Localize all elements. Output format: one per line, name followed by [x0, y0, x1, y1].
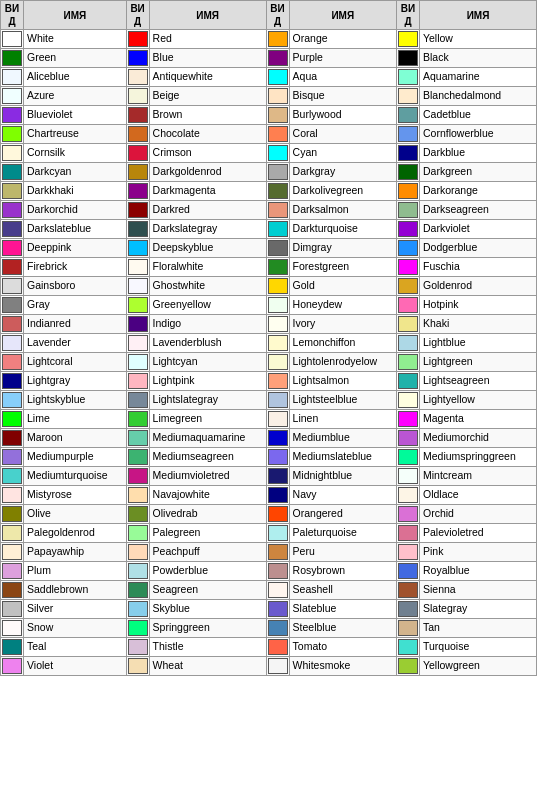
color-swatch-20-1: [126, 410, 149, 429]
color-name-5-0: Chartreuse: [24, 125, 127, 144]
color-swatch-17-0: [1, 353, 24, 372]
color-swatch-28-0: [1, 562, 24, 581]
color-name-22-2: Mediumslateblue: [289, 448, 396, 467]
color-name-27-1: Peachpuff: [149, 543, 266, 562]
color-swatch-5-0: [1, 125, 24, 144]
color-name-26-3: Palevioletred: [419, 524, 536, 543]
color-name-15-2: Ivory: [289, 315, 396, 334]
color-swatch-14-1: [126, 296, 149, 315]
color-swatch-17-3: [396, 353, 419, 372]
color-name-8-3: Darkorange: [419, 182, 536, 201]
color-name-26-1: Palegreen: [149, 524, 266, 543]
color-swatch-28-3: [396, 562, 419, 581]
color-swatch-3-3: [396, 87, 419, 106]
color-swatch-8-3: [396, 182, 419, 201]
color-swatch-22-0: [1, 448, 24, 467]
color-swatch-6-2: [266, 144, 289, 163]
color-name-23-1: Mediumvioletred: [149, 467, 266, 486]
color-swatch-6-1: [126, 144, 149, 163]
color-name-17-0: Lightcoral: [24, 353, 127, 372]
color-swatch-30-2: [266, 600, 289, 619]
color-swatch-29-1: [126, 581, 149, 600]
color-name-32-0: Teal: [24, 638, 127, 657]
color-name-25-0: Olive: [24, 505, 127, 524]
color-name-1-2: Purple: [289, 49, 396, 68]
color-swatch-23-3: [396, 467, 419, 486]
col-header-vid4: ВИД: [396, 1, 419, 30]
color-name-30-2: Slateblue: [289, 600, 396, 619]
color-swatch-24-0: [1, 486, 24, 505]
color-swatch-10-2: [266, 220, 289, 239]
color-swatch-7-0: [1, 163, 24, 182]
color-name-11-0: Deeppink: [24, 239, 127, 258]
color-swatch-21-1: [126, 429, 149, 448]
color-name-10-2: Darkturquoise: [289, 220, 396, 239]
color-swatch-30-0: [1, 600, 24, 619]
color-swatch-25-3: [396, 505, 419, 524]
color-name-21-3: Mediumorchid: [419, 429, 536, 448]
color-swatch-15-2: [266, 315, 289, 334]
color-name-19-0: Lightskyblue: [24, 391, 127, 410]
color-swatch-1-3: [396, 49, 419, 68]
color-name-1-3: Black: [419, 49, 536, 68]
color-name-17-2: Lightolenrodyelow: [289, 353, 396, 372]
color-name-0-3: Yellow: [419, 30, 536, 49]
color-swatch-2-3: [396, 68, 419, 87]
color-name-27-3: Pink: [419, 543, 536, 562]
col-header-vid1: ВИД: [1, 1, 24, 30]
color-swatch-15-1: [126, 315, 149, 334]
color-name-14-1: Greenyellow: [149, 296, 266, 315]
color-name-22-1: Mediumseagreen: [149, 448, 266, 467]
color-name-26-0: Palegoldenrod: [24, 524, 127, 543]
color-swatch-25-2: [266, 505, 289, 524]
color-swatch-20-2: [266, 410, 289, 429]
color-swatch-31-0: [1, 619, 24, 638]
color-name-25-1: Olivedrab: [149, 505, 266, 524]
color-swatch-17-1: [126, 353, 149, 372]
color-swatch-21-0: [1, 429, 24, 448]
color-name-17-3: Lightgreen: [419, 353, 536, 372]
color-name-33-3: Yellowgreen: [419, 657, 536, 676]
color-swatch-19-2: [266, 391, 289, 410]
color-swatch-32-2: [266, 638, 289, 657]
color-swatch-10-1: [126, 220, 149, 239]
color-swatch-14-2: [266, 296, 289, 315]
color-name-32-1: Thistle: [149, 638, 266, 657]
color-name-7-3: Darkgreen: [419, 163, 536, 182]
color-name-27-0: Papayawhip: [24, 543, 127, 562]
color-swatch-9-0: [1, 201, 24, 220]
color-swatch-31-1: [126, 619, 149, 638]
color-swatch-16-0: [1, 334, 24, 353]
color-swatch-33-3: [396, 657, 419, 676]
color-name-29-2: Seashell: [289, 581, 396, 600]
color-swatch-9-2: [266, 201, 289, 220]
color-swatch-30-1: [126, 600, 149, 619]
color-table: ВИД ИМЯ ВИД ИМЯ ВИД ИМЯ ВИД ИМЯ WhiteRed…: [0, 0, 537, 676]
color-swatch-2-1: [126, 68, 149, 87]
color-name-15-3: Khaki: [419, 315, 536, 334]
color-name-25-3: Orchid: [419, 505, 536, 524]
color-name-21-1: Mediumaquamarine: [149, 429, 266, 448]
color-swatch-1-2: [266, 49, 289, 68]
col-header-name4: ИМЯ: [419, 1, 536, 30]
color-swatch-22-3: [396, 448, 419, 467]
color-swatch-2-2: [266, 68, 289, 87]
color-name-28-0: Plum: [24, 562, 127, 581]
color-name-18-2: Lightsalmon: [289, 372, 396, 391]
color-name-31-2: Steelblue: [289, 619, 396, 638]
color-name-14-3: Hotpink: [419, 296, 536, 315]
color-name-9-1: Darkred: [149, 201, 266, 220]
color-name-20-2: Linen: [289, 410, 396, 429]
color-name-2-3: Aquamarine: [419, 68, 536, 87]
color-swatch-5-1: [126, 125, 149, 144]
color-swatch-18-1: [126, 372, 149, 391]
color-name-31-0: Snow: [24, 619, 127, 638]
color-swatch-4-0: [1, 106, 24, 125]
color-swatch-29-0: [1, 581, 24, 600]
color-swatch-1-0: [1, 49, 24, 68]
color-swatch-23-1: [126, 467, 149, 486]
color-name-6-0: Cornsilk: [24, 144, 127, 163]
color-name-14-0: Gray: [24, 296, 127, 315]
color-name-33-1: Wheat: [149, 657, 266, 676]
color-name-33-0: Violet: [24, 657, 127, 676]
